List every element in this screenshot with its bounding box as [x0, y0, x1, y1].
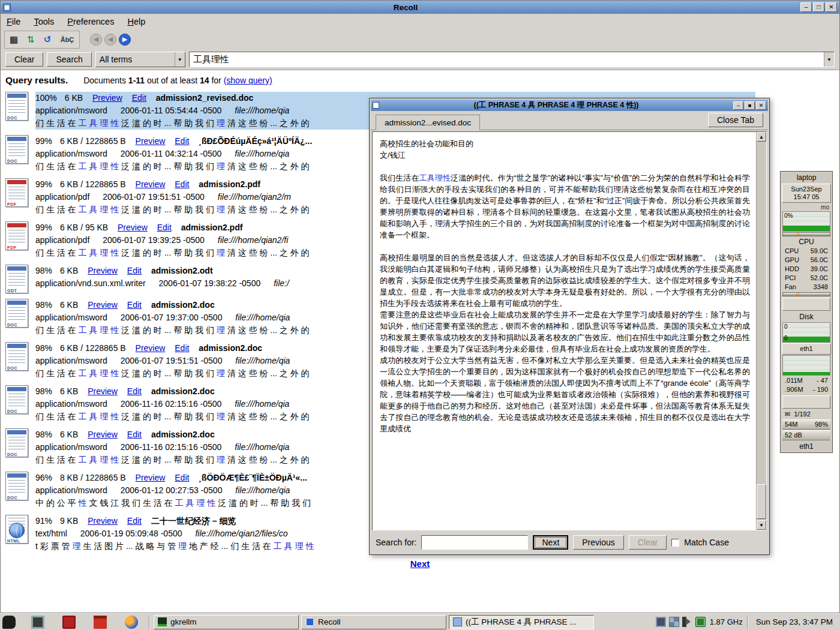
gk-net-rx-rate: - 47	[817, 376, 828, 385]
edit-link[interactable]: Edit	[127, 266, 142, 275]
gk-volume: 52 dB	[785, 431, 802, 440]
preview-close-icon[interactable]: ✕	[756, 101, 766, 110]
gk-disk-title: Disk	[781, 312, 832, 322]
preview-tab[interactable]: admission2...evised.doc	[376, 115, 480, 130]
menu-tools[interactable]: Tools	[34, 17, 54, 26]
keyboard-layout-icon[interactable]	[656, 617, 666, 627]
preview-scrollbar[interactable]: ▲ ▼	[756, 132, 766, 530]
html-file-icon: HTML	[5, 515, 28, 544]
find-input[interactable]	[421, 535, 528, 550]
file-date: 2006-01-07 19:51:51 -0500	[121, 356, 223, 365]
preview-link[interactable]: Preview	[136, 136, 166, 146]
taskbar-clock: Sun Sep 23, 3:47 PM	[752, 617, 838, 626]
volume-icon[interactable]	[682, 617, 692, 627]
search-mode-select[interactable]: All terms ▼	[95, 52, 185, 67]
docs-total: 14	[200, 76, 209, 85]
find-next-button[interactable]: Next	[533, 535, 568, 550]
file-url: file:///home/qia	[235, 399, 289, 409]
preview-link[interactable]: Preview	[88, 516, 118, 526]
browser-icon[interactable]	[125, 616, 138, 629]
preview-link[interactable]: Preview	[92, 93, 122, 103]
edit-link[interactable]: Edit	[127, 386, 142, 396]
close-icon[interactable]: ✕	[826, 2, 837, 12]
menu-help[interactable]: Help	[127, 17, 145, 26]
gk-net-tx-rate: - 190	[813, 385, 828, 394]
preview-link[interactable]: Preview	[136, 473, 166, 482]
edit-link[interactable]: Edit	[127, 300, 142, 310]
clear-button[interactable]: Clear	[5, 52, 43, 67]
gk-net-title: eth1	[782, 345, 830, 353]
scrollbar-thumb[interactable]	[757, 484, 766, 519]
edit-link[interactable]: Edit	[132, 93, 146, 103]
query-history-chevron-icon[interactable]: ▼	[824, 52, 834, 67]
recoll-titlebar[interactable]: Recoll – □ ✕	[1, 1, 839, 14]
edit-link[interactable]: Edit	[175, 473, 189, 482]
edit-link[interactable]: Edit	[175, 179, 189, 189]
file-size: 6 KB / 1228865 B	[60, 343, 126, 353]
query-detail-icon[interactable]: ▦	[6, 32, 22, 47]
preview-link[interactable]: Preview	[118, 223, 148, 232]
preview-link[interactable]: Preview	[88, 386, 118, 396]
file-type-label: DOC	[7, 496, 17, 500]
preview-paragraph: 需要注意的是这些毕业后在社会上能成功发展的学生并不一定是在大学里学习成绩最好的学…	[380, 309, 750, 355]
update-index-icon[interactable]: ↺	[40, 32, 55, 47]
gk-disk-trace	[783, 337, 830, 342]
preview-link[interactable]: Preview	[88, 430, 118, 439]
match-case-checkbox[interactable]	[671, 539, 679, 547]
preview-maximize-icon[interactable]: ■	[745, 101, 755, 110]
result-title: ¸ßÐ£ÕÐÉúµÄÉç»á¹¦ÄÜºÍÄ¿...	[199, 136, 312, 146]
edit-link[interactable]: Edit	[127, 430, 142, 439]
gk-disk-read-label: 0	[784, 323, 788, 330]
find-previous-button[interactable]: Previous	[573, 535, 623, 550]
task-label: Recoll	[318, 617, 341, 626]
minimize-icon[interactable]: –	[800, 2, 812, 12]
next-page-link[interactable]: Next	[1, 559, 839, 569]
search-bar: Clear Search All terms ▼ ▼	[1, 49, 839, 70]
desktop-pager-icon[interactable]	[669, 617, 679, 627]
preview-link[interactable]: Preview	[136, 179, 166, 189]
battery-icon[interactable]	[695, 617, 706, 627]
query-combo: ▼	[189, 52, 835, 67]
menu-preferences[interactable]: Preferences	[67, 17, 114, 26]
preview-link[interactable]: Preview	[136, 343, 166, 353]
close-tab-button[interactable]: Close Tab	[708, 113, 763, 127]
preview-titlebar[interactable]: ((工 PHRASE 4 具 PHRASE 4 理 PHRASE 4 性)) –…	[371, 100, 768, 111]
next-page-icon[interactable]: ▶	[119, 34, 131, 46]
media-player-icon[interactable]	[62, 616, 76, 629]
search-input[interactable]	[190, 52, 824, 67]
preview-text-area: 高校招生的社会功能和目的文/钱江我们生活在工具理性泛滥的时代。作为“世之显学”的…	[372, 131, 767, 530]
task-button[interactable]: Recoll	[301, 615, 446, 629]
task-button[interactable]: ((工 PHRASE 4 具 PHRASE ...	[449, 615, 594, 629]
relevance-percent: 99%	[35, 136, 52, 146]
doc-file-icon: DOC	[5, 135, 28, 164]
sort-by-date-icon[interactable]: ⇅	[23, 32, 38, 47]
gkrellm-panel: laptop Sun23Sep 15:47 05 mo 0% CPU CPU59…	[780, 171, 833, 453]
file-size: 6 KB	[60, 266, 78, 275]
file-url: file:///home/qia	[235, 356, 290, 365]
preview-link[interactable]: Preview	[88, 266, 118, 275]
gk-cpu-krell	[782, 232, 830, 236]
edit-link[interactable]: Edit	[175, 343, 189, 353]
edit-link[interactable]: Edit	[127, 516, 142, 526]
toolbox-icon[interactable]	[94, 616, 107, 629]
menu-icon[interactable]	[2, 616, 16, 629]
preview-link[interactable]: Preview	[88, 300, 118, 310]
display-icon[interactable]	[31, 616, 44, 629]
file-date: 2006-01-07 19:51:51 -0500	[103, 192, 205, 202]
file-type-label: DOC	[7, 409, 17, 413]
menu-file[interactable]: File	[7, 17, 20, 26]
gk-sensor-hdd: HDD39.0C	[781, 265, 832, 274]
maximize-icon[interactable]: □	[813, 2, 824, 12]
task-button[interactable]: gkrellm	[154, 615, 299, 629]
scroll-down-icon[interactable]: ▼	[757, 520, 766, 530]
show-query-link[interactable]: (show query)	[224, 76, 272, 85]
file-type-label: DOC	[7, 116, 17, 120]
edit-link[interactable]: Edit	[175, 136, 189, 146]
edit-link[interactable]: Edit	[157, 223, 172, 232]
term-explorer-icon[interactable]: ÂbÇ	[56, 32, 78, 47]
file-date: 2006-01-11 05:54:44 -0500	[121, 106, 222, 115]
scroll-up-icon[interactable]: ▲	[757, 132, 766, 142]
mime-type: application/pdf	[35, 235, 89, 245]
preview-minimize-icon[interactable]: –	[733, 101, 743, 110]
search-button[interactable]: Search	[47, 52, 91, 67]
